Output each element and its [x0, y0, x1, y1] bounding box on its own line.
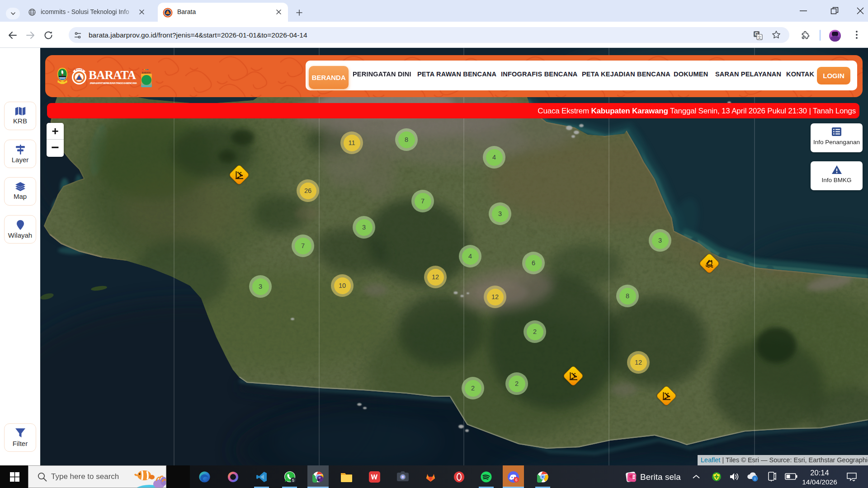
svg-text:文: 文 [758, 35, 762, 40]
svg-text:5: 5 [292, 478, 294, 483]
svg-text:6: 6 [515, 478, 517, 482]
svg-text:i: i [755, 477, 755, 481]
svg-text:JAWA BARAT BERBUDAYA TANGGUH B: JAWA BARAT BERBUDAYA TANGGUH BENCANA [90, 82, 137, 84]
